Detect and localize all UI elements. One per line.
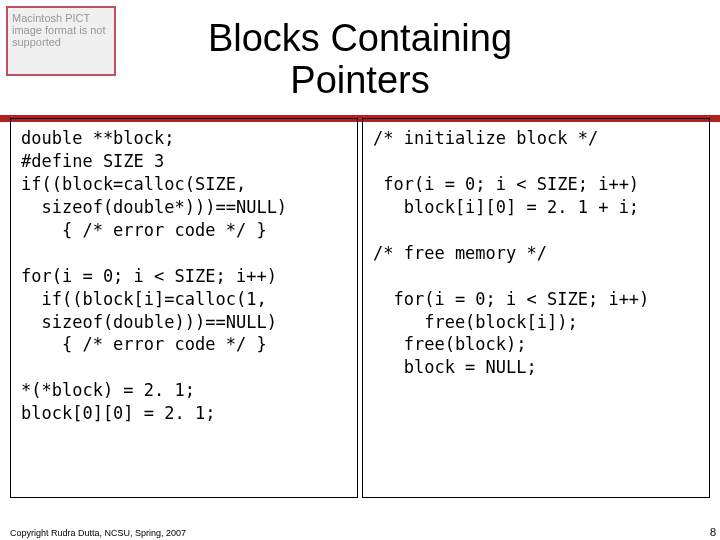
code-columns: double **block; #define SIZE 3 if((block… [10, 118, 710, 498]
left-code-block: double **block; #define SIZE 3 if((block… [10, 118, 358, 498]
right-code-block: /* initialize block */ for(i = 0; i < SI… [362, 118, 710, 498]
page-number: 8 [710, 526, 716, 538]
slide-title: Blocks Containing Pointers [0, 18, 720, 102]
copyright-text: Copyright Rudra Dutta, NCSU, Spring, 200… [10, 528, 186, 538]
